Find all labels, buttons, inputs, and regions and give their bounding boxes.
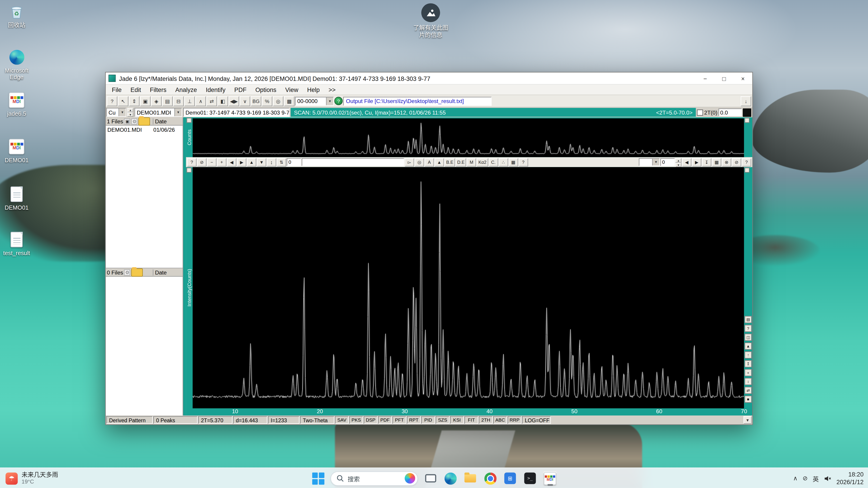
status-toggle[interactable]: PDF <box>378 416 392 424</box>
status-derived-pattern[interactable]: Derived Pattern <box>106 416 153 424</box>
menu-item[interactable]: Edit <box>126 86 146 93</box>
desktop-icon-test-result[interactable]: test_result <box>0 231 33 256</box>
chevron-up-icon[interactable]: ∧ <box>793 475 798 482</box>
taskbar-terminal[interactable]: >_ <box>523 471 537 486</box>
menu-item[interactable]: >> <box>324 86 340 93</box>
chart-tool-button[interactable]: B.E <box>445 158 455 166</box>
chart-command-input[interactable] <box>302 158 404 166</box>
taskbar-chrome[interactable] <box>483 471 498 486</box>
menu-item[interactable]: Identify <box>202 86 230 93</box>
side-tool-button[interactable]: ⇄ <box>745 387 752 394</box>
status-toggle[interactable]: RPT <box>407 416 421 424</box>
menu-item[interactable]: Options <box>251 86 281 93</box>
chart-tool-button[interactable]: ↨ <box>267 158 276 166</box>
chart-tool-button[interactable]: ? <box>742 158 751 166</box>
status-axis-mode[interactable]: Two-Theta <box>300 416 334 424</box>
taskbar-jade-active[interactable]: MDI <box>542 471 557 486</box>
title-bar[interactable]: Jade 6 [lzy*/Materials Data, Inc.] Monda… <box>106 72 752 85</box>
pane-handle[interactable] <box>186 118 191 123</box>
desktop-icon-edge[interactable]: Microsoft Edge <box>0 49 33 80</box>
menu-item[interactable]: Help <box>303 86 324 93</box>
side-tool-button[interactable]: ■ <box>745 396 752 403</box>
side-tool-button[interactable]: ↑ <box>745 351 752 359</box>
pane-handle[interactable] <box>186 168 191 173</box>
wallpaper-info-widget[interactable]: 了解有关此图 片的信息 <box>411 3 451 39</box>
status-toggle[interactable]: PFT <box>393 416 406 424</box>
chart-tool-button[interactable]: ∴ <box>499 158 508 166</box>
status-toggle[interactable]: PID <box>421 416 435 424</box>
status-peaks[interactable]: 0 Peaks <box>153 416 197 424</box>
overview-chart-canvas[interactable] <box>193 119 744 157</box>
start-button[interactable] <box>311 471 326 486</box>
chart-tool-button[interactable]: ▶ <box>237 158 246 166</box>
desktop-icon-demo01-file[interactable]: DEMO01 <box>0 186 33 211</box>
taskbar-file-explorer[interactable] <box>463 471 477 486</box>
pdf-number-select[interactable]: 00-0000▼ <box>295 96 334 105</box>
minimize-button[interactable]: − <box>696 72 715 84</box>
chart-tool-button[interactable]: M <box>467 158 476 166</box>
chart-tool-button[interactable]: + <box>217 158 226 166</box>
side-tool-button[interactable]: ↕ <box>745 378 752 385</box>
chart-tool-button[interactable]: ? <box>519 158 528 166</box>
offset-spinner[interactable]: ▲▼ <box>675 158 682 166</box>
status-toggle[interactable]: SAV <box>335 416 349 424</box>
search-box[interactable]: 搜索 <box>331 471 418 486</box>
menu-item[interactable]: PDF <box>230 86 251 93</box>
file-spinner[interactable]: ▲▼ <box>127 108 133 117</box>
chart-tool-button[interactable]: ▶ <box>692 158 702 166</box>
side-tool-button[interactable]: ? <box>745 325 752 332</box>
status-toggle[interactable]: FIT <box>465 416 478 424</box>
eye-icon[interactable]: ⊙ <box>124 269 130 275</box>
chart-tool-button[interactable]: ◀ <box>227 158 237 166</box>
status-toggle[interactable]: SZS <box>436 416 450 424</box>
taskbar-store[interactable]: ⊞ <box>503 471 518 486</box>
side-tool-button[interactable]: ▤ <box>745 316 752 323</box>
toolbar-button[interactable]: ◀▶ <box>228 96 239 106</box>
offset-value-input[interactable] <box>660 158 675 166</box>
toolbar-button[interactable]: ◈ <box>151 96 162 106</box>
menu-item[interactable]: Filters <box>145 86 171 93</box>
clock[interactable]: 18:20 2026/1/12 <box>837 470 864 486</box>
taskbar-weather-widget[interactable]: ☂ 未来几天多雨 19°C <box>5 468 58 488</box>
status-toggle[interactable]: PKS <box>349 416 363 424</box>
date-column-header[interactable]: Date <box>153 269 182 275</box>
display-toggle-button[interactable] <box>743 108 751 117</box>
toolbar-button[interactable]: ⊥ <box>184 96 195 106</box>
folder-icon[interactable] <box>138 117 150 125</box>
chart-tool-button[interactable]: C. <box>489 158 498 166</box>
toolbar-button[interactable]: ▣ <box>140 96 151 106</box>
two-theta-zero-checkbox[interactable] <box>697 109 703 116</box>
chart-tool-button[interactable]: ⊗ <box>722 158 731 166</box>
chart-tool-button[interactable]: ▦ <box>508 158 518 166</box>
status-toggle[interactable]: RRP <box>508 416 522 424</box>
toolbar-button[interactable]: ▤ <box>162 96 173 106</box>
chart-tool-button[interactable]: − <box>207 158 217 166</box>
taskbar-edge[interactable] <box>443 471 458 486</box>
chart-tool-button[interactable]: ⇅ <box>277 158 286 166</box>
toolbar-button[interactable]: ⇕ <box>129 96 140 106</box>
toolbar-button[interactable]: ▩ <box>284 96 294 106</box>
side-tool-button[interactable]: + <box>745 369 752 376</box>
volume-icon[interactable] <box>824 475 831 482</box>
status-log-toggle[interactable]: LOG=OFF <box>522 416 551 424</box>
side-tool-button[interactable]: ↥ <box>745 360 752 367</box>
privacy-icon[interactable]: ⊘ <box>803 475 808 482</box>
status-toggle[interactable]: 2TH <box>479 416 493 424</box>
bing-search-icon[interactable] <box>405 473 415 484</box>
pane-handle[interactable] <box>745 118 749 123</box>
chart-tool-button[interactable]: D.E <box>456 158 466 166</box>
toolbar-button[interactable]: ◎ <box>273 96 283 106</box>
desktop-icon-recycle-bin[interactable]: ♻ 回收站 <box>0 3 33 28</box>
file-row[interactable]: DEMO01.MDI 01/06/26 <box>106 126 183 133</box>
toolbar-button[interactable]: ◧ <box>217 96 228 106</box>
chart-tool-button[interactable]: A <box>425 158 434 166</box>
anode-select[interactable]: Cu▼ <box>106 108 126 117</box>
file-list-header[interactable]: 1 Files ▣ ⊙ Date <box>106 117 183 126</box>
chart-tool-button[interactable]: ▲ <box>247 158 256 166</box>
eye-icon[interactable]: ⊙ <box>131 118 138 124</box>
toolbar-button[interactable]: % <box>262 96 272 106</box>
toolbar-button[interactable]: ↖ <box>118 96 129 106</box>
maximize-button[interactable]: □ <box>715 72 734 84</box>
toolbar-button[interactable]: ? <box>107 96 118 106</box>
side-tool-button[interactable]: ▲ <box>745 343 752 350</box>
